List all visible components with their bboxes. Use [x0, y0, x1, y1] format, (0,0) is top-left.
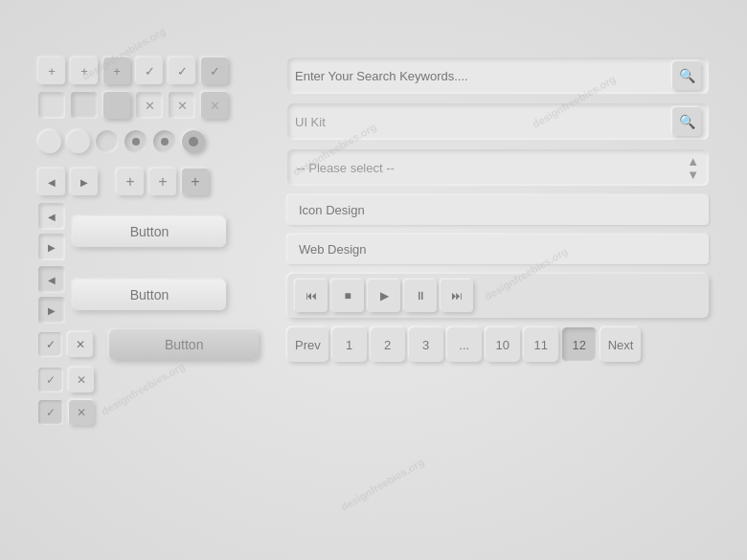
square-x-3[interactable]: ✕: [201, 92, 228, 119]
square-empty-1[interactable]: [38, 92, 65, 119]
radio-dot-2[interactable]: [153, 130, 176, 153]
pagination-next[interactable]: Next: [600, 327, 642, 362]
btn-row-2: ◀ ▶ Button: [38, 266, 259, 324]
arrow-right-3[interactable]: ▶: [38, 297, 65, 324]
x-btn-2[interactable]: ✕: [69, 368, 94, 392]
button-2[interactable]: Button: [73, 280, 226, 310]
radio-empty-1[interactable]: [38, 130, 61, 153]
arrow-left-2[interactable]: ◀: [38, 203, 65, 230]
checkbox-check-3[interactable]: ✓: [201, 57, 228, 84]
select-placeholder: -- Please select --: [297, 161, 687, 175]
check-x-row-3: ✓ ✕: [38, 400, 259, 425]
radio-row: [38, 130, 259, 153]
radio-dot-1[interactable]: [124, 130, 147, 153]
plus-btn-1[interactable]: +: [117, 168, 144, 195]
search-icon-1: 🔍: [679, 68, 695, 83]
pagination-page-12[interactable]: 12: [562, 327, 597, 362]
pagination: Prev 1 2 3 ... 10 11 12 Next: [287, 327, 709, 362]
arrow-plus-row: ◀ ▶ + + +: [38, 168, 259, 195]
checkbox-row-plus: + + + ✓ ✓ ✓: [38, 57, 259, 84]
btn-row-1: ◀ ▶ Button: [38, 203, 259, 260]
option-icon-design[interactable]: Icon Design: [287, 195, 709, 225]
pagination-ellipsis: ...: [447, 327, 482, 362]
select-arrows-icon: ▲ ▼: [687, 155, 699, 181]
search-bar-2[interactable]: 🔍: [287, 103, 709, 140]
button-1[interactable]: Button: [73, 216, 226, 247]
search-bar-1[interactable]: 🔍: [287, 57, 709, 94]
search-button-2[interactable]: 🔍: [672, 107, 701, 136]
arrow-left-1[interactable]: ◀: [38, 168, 65, 195]
check-btn-3[interactable]: ✓: [38, 400, 63, 425]
checkbox-check-2[interactable]: ✓: [169, 57, 195, 84]
square-x-1[interactable]: ✕: [136, 92, 163, 119]
search-input-1[interactable]: [295, 69, 672, 83]
arrow-right-2[interactable]: ▶: [38, 234, 65, 260]
radio-inset-1[interactable]: [96, 130, 119, 153]
check-btn-1[interactable]: ✓: [38, 332, 62, 357]
option-web-design[interactable]: Web Design: [287, 235, 709, 264]
check-x-row-1: ✓ ✕ Button: [38, 329, 259, 360]
media-player: ⏮ ■ ▶ ⏸ ⏭: [287, 274, 709, 318]
checkbox-check-1[interactable]: ✓: [136, 57, 163, 84]
button-3[interactable]: Button: [109, 329, 259, 360]
pagination-page-11[interactable]: 11: [524, 327, 558, 362]
select-dropdown[interactable]: -- Please select -- ▲ ▼: [287, 149, 709, 186]
pagination-prev[interactable]: Prev: [287, 327, 328, 362]
checkbox-plus-1[interactable]: +: [38, 57, 65, 84]
plus-btn-2[interactable]: +: [149, 168, 176, 195]
pagination-page-3[interactable]: 3: [409, 327, 443, 362]
radio-empty-2[interactable]: [67, 130, 90, 153]
checkbox-row-square: ✕ ✕ ✕: [38, 92, 259, 119]
search-input-2[interactable]: [295, 115, 672, 129]
media-skip-fwd[interactable]: ⏭: [441, 280, 473, 312]
check-btn-2[interactable]: ✓: [38, 368, 63, 392]
pagination-page-2[interactable]: 2: [371, 327, 405, 362]
x-btn-3[interactable]: ✕: [69, 400, 94, 425]
x-btn-1[interactable]: ✕: [68, 332, 92, 357]
radio-filled-1[interactable]: [182, 130, 205, 153]
media-skip-back[interactable]: ⏮: [295, 280, 328, 312]
square-filled-1[interactable]: [103, 92, 130, 119]
right-panel: 🔍 🔍 -- Please select -- ▲ ▼ Icon Design …: [287, 57, 709, 427]
search-icon-2: 🔍: [679, 114, 695, 129]
pagination-page-10[interactable]: 10: [486, 327, 520, 362]
media-pause[interactable]: ⏸: [404, 280, 437, 312]
search-button-1[interactable]: 🔍: [672, 61, 701, 90]
plus-btn-3[interactable]: +: [182, 168, 209, 195]
check-x-row-2: ✓ ✕: [38, 368, 259, 392]
checkbox-plus-2[interactable]: +: [71, 57, 98, 84]
square-x-2[interactable]: ✕: [169, 92, 195, 119]
square-empty-2[interactable]: [71, 92, 98, 119]
arrow-right-1[interactable]: ▶: [71, 168, 98, 195]
media-stop[interactable]: ■: [331, 280, 364, 312]
arrow-left-3[interactable]: ◀: [38, 266, 65, 293]
checkbox-plus-3[interactable]: +: [103, 57, 130, 84]
left-panel: + + + ✓ ✓ ✓ ✕ ✕ ✕ ◀ ▶: [38, 57, 259, 427]
pagination-page-1[interactable]: 1: [332, 327, 367, 362]
media-play[interactable]: ▶: [368, 280, 400, 312]
